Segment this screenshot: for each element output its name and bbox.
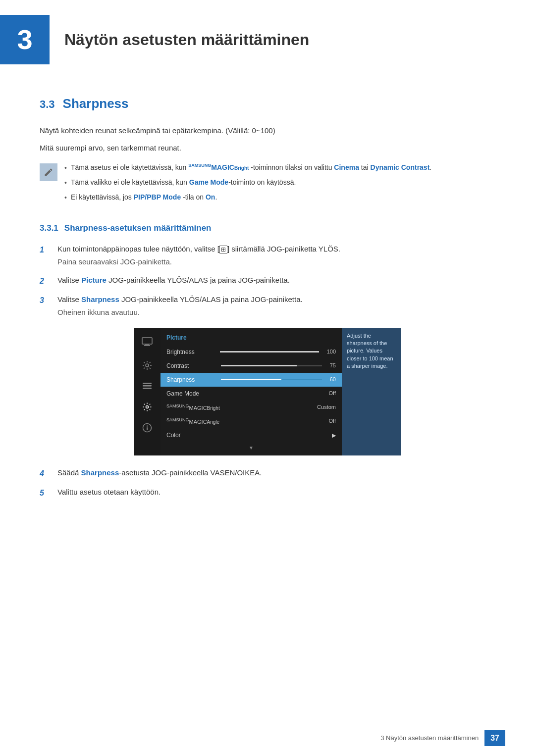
brightness-label: Brightness xyxy=(166,348,216,356)
paragraph-2: Mitä suurempi arvo, sen tarkemmat reunat… xyxy=(40,143,495,154)
subsection-heading: 3.3.1 Sharpness-asetuksen määrittäminen xyxy=(40,222,495,235)
step-4-number: 4 xyxy=(40,468,50,480)
section-number: 3.3 xyxy=(40,96,55,112)
menu-icon-equals xyxy=(139,378,156,395)
menu-main: Picture Brightness 100 Contrast xyxy=(160,328,342,455)
magicangle-value: Off xyxy=(329,417,336,425)
game-mode-label: Game Mode xyxy=(189,178,228,186)
brightness-bar xyxy=(220,351,319,353)
down-arrow-icon: ▼ xyxy=(249,444,254,452)
color-arrow: ▶ xyxy=(332,431,336,440)
menu-row-gamemode: Game Mode Off xyxy=(160,387,342,401)
svg-rect-2 xyxy=(144,345,150,346)
note-icon xyxy=(40,163,57,181)
svg-point-3 xyxy=(146,364,149,367)
step-2-number: 2 xyxy=(40,275,50,287)
note-content: Tämä asetus ei ole käytettävissä, kun SA… xyxy=(64,162,495,207)
menu-screenshot: Picture Brightness 100 Contrast xyxy=(134,328,401,455)
step-3-number: 3 xyxy=(40,295,50,306)
note-bullet-2: Tämä valikko ei ole käytettävissä, kun G… xyxy=(64,177,495,188)
subsection-number: 3.3.1 xyxy=(40,222,58,235)
chapter-header: 3 Näytön asetusten määrittäminen xyxy=(0,0,535,74)
chapter-number: 3 xyxy=(17,19,32,60)
step-5-number: 5 xyxy=(40,487,50,499)
menu-category-label: Picture xyxy=(160,331,342,345)
on-label: On xyxy=(206,193,215,201)
sharpness-bar xyxy=(221,379,322,380)
menu-row-magicbright: SAMSUNGMAGICBright Custom xyxy=(160,401,342,414)
step-1: 1 Kun toimintonäppäinopas tulee näyttöön… xyxy=(40,244,495,268)
magicbright-label: SAMSUNGMAGICBright xyxy=(166,403,313,412)
sharpness-label: Sharpness xyxy=(166,375,217,384)
svg-rect-4 xyxy=(143,383,152,384)
page-footer: 3 Näytön asetusten määrittäminen 37 xyxy=(0,730,535,746)
brightness-value: 100 xyxy=(327,348,336,356)
step-3-sub: Oheinen ikkuna avautuu. xyxy=(57,307,495,318)
contrast-value: 75 xyxy=(330,361,336,370)
magicbright-value: Custom xyxy=(317,403,336,411)
step-2-text: Valitse Picture JOG-painikkeella YLÖS/AL… xyxy=(57,275,495,286)
step-4-text: Säädä Sharpness-asetusta JOG-painikkeell… xyxy=(57,467,495,479)
step-1-sub: Paina seuraavaksi JOG-painiketta. xyxy=(57,256,495,268)
icon-grid: ⊞ xyxy=(219,246,227,253)
menu-row-contrast: Contrast 75 xyxy=(160,359,342,373)
sharpness-step3: Sharpness xyxy=(81,295,119,303)
step-4: 4 Säädä Sharpness-asetusta JOG-painikkee… xyxy=(40,467,495,480)
svg-point-7 xyxy=(146,405,149,408)
menu-down-arrow-row: ▼ xyxy=(160,442,342,453)
magicangle-label: SAMSUNGMAGICAngle xyxy=(166,417,325,426)
page-number-badge: 37 xyxy=(484,730,505,746)
color-label: Color xyxy=(166,431,328,440)
pip-pbp-mode-label: PIP/PBP Mode xyxy=(134,193,181,201)
menu-icon-gear xyxy=(139,399,156,415)
step-1-text: Kun toimintonäppäinopas tulee näyttöön, … xyxy=(57,244,495,268)
menu-row-brightness: Brightness 100 xyxy=(160,345,342,359)
svg-rect-9 xyxy=(147,427,148,430)
section-title: Sharpness xyxy=(63,94,129,113)
step-3-text: Valitse Sharpness JOG-painikkeella YLÖS/… xyxy=(57,294,495,318)
svg-point-10 xyxy=(147,425,148,426)
menu-icon-settings xyxy=(139,357,156,374)
menu-row-sharpness: Sharpness 60 xyxy=(160,373,342,387)
menu-hint: Adjust the sharpness of the picture. Val… xyxy=(342,328,401,455)
menu-icon-info xyxy=(139,419,156,436)
step-5-text: Valittu asetus otetaan käyttöön. xyxy=(57,487,495,498)
cinema-label: Cinema xyxy=(334,163,359,171)
samsung-magic-bright-label: SAMSUNGMAGICBright xyxy=(188,163,249,171)
chapter-title: Näytön asetusten määrittäminen xyxy=(64,28,309,51)
picture-step2: Picture xyxy=(81,276,107,284)
contrast-bar xyxy=(221,365,322,366)
footer-chapter-ref: 3 Näytön asetusten määrittäminen xyxy=(380,733,479,743)
dynamic-contrast-label: Dynamic Contrast xyxy=(371,163,430,171)
pencil-icon xyxy=(44,167,54,177)
contrast-label: Contrast xyxy=(166,361,217,370)
main-content: 3.3 Sharpness Näytä kohteiden reunat sel… xyxy=(0,94,535,499)
menu-icon-monitor xyxy=(139,333,156,350)
sharpness-value: 60 xyxy=(330,375,336,384)
note-bullet-3: Ei käytettävissä, jos PIP/PBP Mode -tila… xyxy=(64,192,495,203)
note-box: Tämä asetus ei ole käytettävissä, kun SA… xyxy=(40,162,495,207)
step-5: 5 Valittu asetus otetaan käyttöön. xyxy=(40,487,495,499)
svg-rect-5 xyxy=(143,385,152,387)
svg-rect-6 xyxy=(143,388,152,389)
steps-list: 1 Kun toimintonäppäinopas tulee näyttöön… xyxy=(40,244,495,318)
section-heading: 3.3 Sharpness xyxy=(40,94,495,113)
menu-sidebar xyxy=(134,328,160,455)
step-1-number: 1 xyxy=(40,244,50,256)
gamemode-value: Off xyxy=(329,389,336,398)
sharpness-step4: Sharpness xyxy=(81,468,119,477)
chapter-number-block: 3 xyxy=(0,15,50,64)
svg-rect-0 xyxy=(142,338,152,344)
step-3: 3 Valitse Sharpness JOG-painikkeella YLÖ… xyxy=(40,294,495,318)
menu-row-magicangle: SAMSUNGMAGICAngle Off xyxy=(160,414,342,428)
note-bullet-1: Tämä asetus ei ole käytettävissä, kun SA… xyxy=(64,162,495,173)
step-2: 2 Valitse Picture JOG-painikkeella YLÖS/… xyxy=(40,275,495,287)
paragraph-1: Näytä kohteiden reunat selkeämpinä tai e… xyxy=(40,125,495,137)
menu-row-color: Color ▶ xyxy=(160,428,342,442)
gamemode-label: Game Mode xyxy=(166,389,325,398)
subsection-title: Sharpness-asetuksen määrittäminen xyxy=(64,222,212,235)
